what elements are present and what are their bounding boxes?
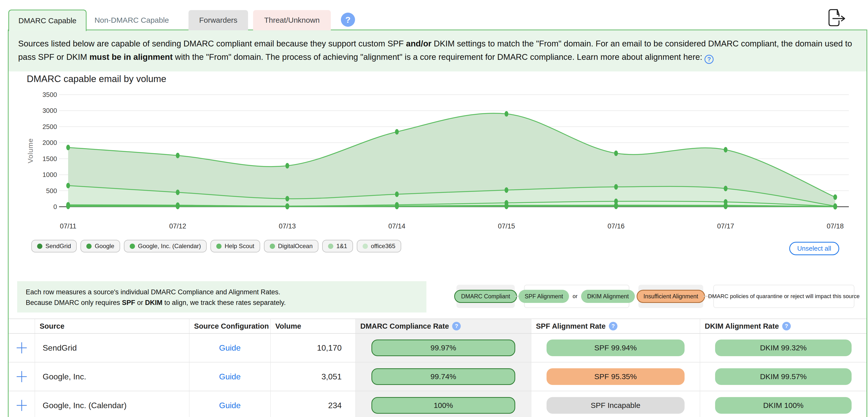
x-tick-label: 07/14 xyxy=(388,222,405,230)
source-config-cell: Guide xyxy=(189,362,270,391)
description-bold-alignment: must be in alignment xyxy=(89,52,173,62)
expand-row-button[interactable] xyxy=(8,391,35,417)
policy-note-text: DMARC policies of quarantine or reject w… xyxy=(708,293,860,300)
y-tick-label: 3500 xyxy=(42,91,57,98)
column-header-label: Volume xyxy=(275,322,301,330)
series-color-dot xyxy=(130,244,135,249)
dkim-pill: DKIM 99.57% xyxy=(715,368,851,385)
column-header: Source xyxy=(35,319,189,333)
series-label: SendGrid xyxy=(45,243,71,250)
data-point[interactable] xyxy=(395,204,399,209)
table-row: Google, Inc. (Calendar)Guide234100%SPF I… xyxy=(8,391,867,417)
table-header-row: SourceSource ConfigurationVolumeDMARC Co… xyxy=(8,319,867,334)
data-point[interactable] xyxy=(724,204,727,209)
data-point[interactable] xyxy=(614,204,618,209)
dkim-pill: DKIM 99.32% xyxy=(715,339,851,356)
spf-cell: SPF Incapable xyxy=(531,391,700,417)
data-point[interactable] xyxy=(285,204,289,209)
data-point[interactable] xyxy=(285,163,289,169)
tab-dmarc-capable[interactable]: DMARC Capable xyxy=(8,9,87,31)
column-header: DMARC Compliance Rate? xyxy=(355,319,531,333)
note-line2a: Because DMARC only requires xyxy=(26,299,122,306)
x-tick-label: 07/17 xyxy=(717,222,734,230)
dmarc-compliant-badge: DMARC Compliant xyxy=(454,290,517,303)
note-bold-spf: SPF xyxy=(122,299,135,306)
column-header: SPF Alignment Rate? xyxy=(531,319,700,333)
guide-link[interactable]: Guide xyxy=(219,372,241,381)
unselect-all-button[interactable]: Unselect all xyxy=(789,242,839,255)
note-line2c: or xyxy=(135,299,145,306)
column-help-icon[interactable]: ? xyxy=(609,322,617,330)
tabs-help-icon[interactable]: ? xyxy=(341,12,355,27)
source-config-cell: Guide xyxy=(189,334,270,362)
data-point[interactable] xyxy=(285,196,289,202)
series-label: DigitalOcean xyxy=(278,243,313,250)
series-label: Google xyxy=(95,243,114,250)
data-point[interactable] xyxy=(724,186,727,191)
data-point[interactable] xyxy=(66,145,70,150)
compliance-pill: 99.97% xyxy=(371,339,515,356)
legend-chip[interactable]: DigitalOcean xyxy=(264,240,318,252)
series-color-dot xyxy=(37,244,42,249)
column-help-icon[interactable]: ? xyxy=(782,322,791,330)
x-tick-label: 07/15 xyxy=(498,222,515,230)
legend-chip[interactable]: Google xyxy=(81,240,120,252)
column-header: Volume xyxy=(270,319,355,333)
volume-cell: 234 xyxy=(270,391,355,417)
volume-area-chart: 050010001500200025003000350007/1107/1207… xyxy=(8,88,867,237)
y-axis-title: Volume xyxy=(27,138,34,163)
data-point[interactable] xyxy=(176,189,180,195)
data-point[interactable] xyxy=(395,191,399,197)
note-line1: Each row measures a source's individual … xyxy=(26,288,280,296)
data-point[interactable] xyxy=(614,150,618,156)
column-header: Source Configuration xyxy=(189,319,270,333)
tab-threat-unknown[interactable]: Threat/Unknown xyxy=(253,10,331,30)
data-point[interactable] xyxy=(505,204,508,209)
legend-chip[interactable]: 1&1 xyxy=(322,240,353,252)
spf-pill: SPF 95.35% xyxy=(547,368,685,385)
expand-row-button[interactable] xyxy=(8,334,35,362)
tab-forwarders[interactable]: Forwarders xyxy=(188,10,248,30)
expand-row-button[interactable] xyxy=(8,362,35,391)
column-header-label: SPF Alignment Rate xyxy=(536,322,606,330)
guide-link[interactable]: Guide xyxy=(219,343,241,353)
data-point[interactable] xyxy=(66,183,70,188)
column-header: DKIM Alignment Rate? xyxy=(700,319,867,333)
description-bold-andor: and/or xyxy=(406,39,432,48)
compliance-pill: 99.74% xyxy=(371,368,515,385)
table-row: Google, Inc.Guide3,05199.74%SPF 95.35%DK… xyxy=(8,362,867,391)
tab-non-dmarc-capable[interactable]: Non-DMARC Capable xyxy=(87,10,177,30)
plus-icon xyxy=(17,399,27,412)
compliance-cell: 99.74% xyxy=(355,362,531,391)
series-color-dot xyxy=(270,244,275,249)
table-row: SendGridGuide10,17099.97%SPF 99.94%DKIM … xyxy=(8,334,867,362)
data-point[interactable] xyxy=(505,111,508,117)
legend-chip[interactable]: office365 xyxy=(357,240,401,252)
legend-chip[interactable]: SendGrid xyxy=(31,240,77,252)
source-config-cell: Guide xyxy=(189,391,270,417)
column-header-label: Source Configuration xyxy=(194,322,269,330)
dkim-alignment-badge: DKIM Alignment xyxy=(581,290,635,303)
data-point[interactable] xyxy=(505,187,508,193)
y-tick-label: 3000 xyxy=(42,107,57,114)
data-point[interactable] xyxy=(724,147,727,152)
data-point[interactable] xyxy=(614,184,618,189)
description-text: Sources listed below are capable of send… xyxy=(18,39,406,48)
spf-cell: SPF 95.35% xyxy=(531,362,700,391)
data-point[interactable] xyxy=(176,153,180,158)
alignment-help-icon[interactable]: ? xyxy=(705,55,714,64)
series-color-dot xyxy=(328,244,333,249)
guide-link[interactable]: Guide xyxy=(219,401,241,410)
column-header-label: DMARC Compliance Rate xyxy=(360,322,449,330)
legend-chip[interactable]: Google, Inc. (Calendar) xyxy=(124,240,207,252)
column-header-label: Source xyxy=(40,322,64,330)
column-help-icon[interactable]: ? xyxy=(452,322,461,330)
data-point[interactable] xyxy=(833,204,837,209)
data-point[interactable] xyxy=(395,129,399,135)
data-point[interactable] xyxy=(66,204,70,209)
spf-pill: SPF Incapable xyxy=(547,397,685,414)
source-cell: SendGrid xyxy=(35,334,189,362)
legend-chip[interactable]: Help Scout xyxy=(211,240,260,252)
data-point[interactable] xyxy=(176,204,180,209)
data-point[interactable] xyxy=(833,195,837,200)
